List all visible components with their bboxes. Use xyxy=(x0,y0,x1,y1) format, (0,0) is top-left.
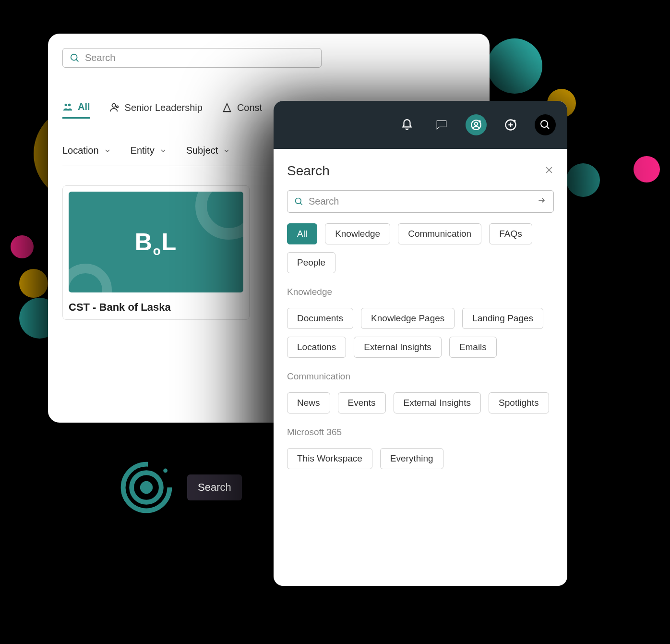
chevron-down-icon xyxy=(104,147,111,155)
chat-button[interactable] xyxy=(431,114,452,135)
decor-ring xyxy=(195,192,243,240)
top-filter-chips: All Knowledge Communication FAQs People xyxy=(287,223,554,273)
panel-search-placeholder: Search xyxy=(309,196,339,207)
filter-label: Entity xyxy=(131,145,155,156)
profile-button[interactable] xyxy=(466,114,487,135)
svg-point-16 xyxy=(514,120,516,122)
search-icon xyxy=(539,119,551,131)
svg-point-8 xyxy=(140,481,153,494)
filter-label: Location xyxy=(62,145,99,156)
panel-search-input[interactable]: Search xyxy=(287,190,554,213)
chip-everything[interactable]: Everything xyxy=(380,448,443,469)
tab-all[interactable]: All xyxy=(62,101,90,119)
filter-label: Subject xyxy=(186,145,218,156)
result-card[interactable]: BoL CST - Bank of Laska xyxy=(62,185,250,320)
svg-point-17 xyxy=(541,121,548,127)
tab-label: Const xyxy=(237,102,262,113)
chip-spotlights[interactable]: Spotlights xyxy=(489,392,549,413)
top-bar xyxy=(274,101,567,149)
people-icon xyxy=(62,102,73,112)
close-icon xyxy=(544,165,554,175)
decor-circle xyxy=(634,156,660,182)
chip-communication[interactable]: Communication xyxy=(398,223,481,244)
svg-point-0 xyxy=(71,54,77,60)
card-image: BoL xyxy=(69,192,243,292)
knowledge-chips: Documents Knowledge Pages Landing Pages … xyxy=(287,308,554,358)
filter-entity[interactable]: Entity xyxy=(131,145,167,156)
badge-label: Search xyxy=(187,474,242,500)
search-panel: Search Search All Knowledge Communicatio… xyxy=(274,101,567,586)
badge-block: Search xyxy=(120,461,242,514)
search-icon xyxy=(70,53,80,63)
filter-subject[interactable]: Subject xyxy=(186,145,231,156)
chip-people[interactable]: People xyxy=(287,252,335,273)
arrow-right-icon xyxy=(537,195,547,205)
chip-emails[interactable]: Emails xyxy=(449,337,497,358)
decor-circle xyxy=(566,163,600,197)
chevron-down-icon xyxy=(223,147,230,155)
svg-point-9 xyxy=(163,468,168,473)
chip-external-insights-2[interactable]: External Insights xyxy=(394,392,481,413)
tab-senior-leadership[interactable]: Senior Leadership xyxy=(109,101,203,119)
m365-chips: This Workspace Everything xyxy=(287,448,554,469)
search-input[interactable]: Search xyxy=(62,48,322,68)
svg-point-12 xyxy=(479,120,480,122)
svg-point-21 xyxy=(296,198,301,204)
chip-landing-pages[interactable]: Landing Pages xyxy=(462,308,543,329)
search-placeholder: Search xyxy=(85,52,115,63)
add-button[interactable] xyxy=(500,114,521,135)
tab-label: All xyxy=(78,101,90,112)
chip-locations[interactable]: Locations xyxy=(287,337,346,358)
chip-external-insights[interactable]: External Insights xyxy=(354,337,441,358)
search-button[interactable] xyxy=(535,114,556,135)
card-title: CST - Bank of Laska xyxy=(69,301,243,314)
target-icon xyxy=(120,461,173,514)
search-icon xyxy=(294,197,304,207)
svg-line-22 xyxy=(300,203,302,205)
decor-circle xyxy=(19,269,48,298)
tab-const[interactable]: Const xyxy=(222,101,262,119)
tab-label: Senior Leadership xyxy=(125,102,203,113)
section-label-m365: Microsoft 365 xyxy=(287,427,554,437)
svg-line-18 xyxy=(547,126,549,129)
avatar-icon xyxy=(470,119,482,131)
decor-circle xyxy=(11,235,34,258)
chip-all[interactable]: All xyxy=(287,223,317,244)
close-button[interactable] xyxy=(544,165,554,177)
svg-point-5 xyxy=(116,106,118,108)
submit-search-button[interactable] xyxy=(537,195,547,207)
svg-point-4 xyxy=(112,104,115,107)
construction-icon xyxy=(222,102,232,113)
notifications-button[interactable] xyxy=(396,114,418,135)
svg-point-11 xyxy=(475,122,478,126)
plus-circle-icon xyxy=(504,118,517,132)
person-icon xyxy=(109,102,120,113)
decor-circle xyxy=(487,38,542,94)
svg-line-1 xyxy=(76,59,79,61)
bell-icon xyxy=(401,119,413,131)
chevron-down-icon xyxy=(159,147,167,155)
card-logo: BoL xyxy=(135,228,178,256)
chip-this-workspace[interactable]: This Workspace xyxy=(287,448,372,469)
chip-knowledge[interactable]: Knowledge xyxy=(325,223,390,244)
filter-location[interactable]: Location xyxy=(62,145,111,156)
svg-point-3 xyxy=(68,103,71,106)
chip-faqs[interactable]: FAQs xyxy=(489,223,532,244)
chip-knowledge-pages[interactable]: Knowledge Pages xyxy=(361,308,455,329)
section-label-communication: Communication xyxy=(287,371,554,382)
chat-icon xyxy=(435,119,448,131)
decor-ring xyxy=(69,264,112,292)
chip-documents[interactable]: Documents xyxy=(287,308,353,329)
chip-events[interactable]: Events xyxy=(338,392,386,413)
svg-point-2 xyxy=(65,103,68,106)
communication-chips: News Events External Insights Spotlights xyxy=(287,392,554,413)
chip-news[interactable]: News xyxy=(287,392,330,413)
section-label-knowledge: Knowledge xyxy=(287,287,554,297)
panel-title: Search xyxy=(287,163,330,179)
